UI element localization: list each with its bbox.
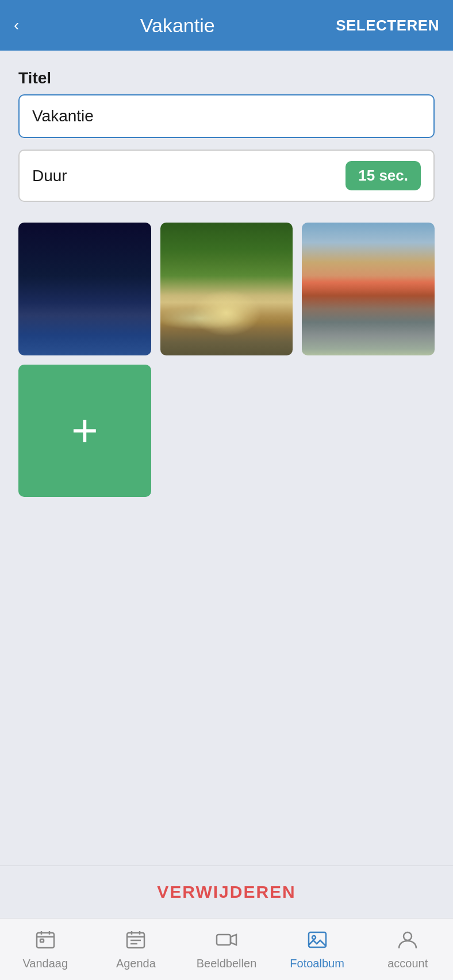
tab-account-label: account <box>387 957 428 970</box>
photo-grid: + <box>18 223 435 497</box>
page-title: Vakantie <box>140 14 215 37</box>
svg-point-15 <box>404 932 412 940</box>
delete-button[interactable]: VERWIJDEREN <box>157 882 296 902</box>
tab-account[interactable]: account <box>362 918 453 980</box>
svg-rect-4 <box>40 939 44 942</box>
photo-item-1[interactable] <box>18 223 151 355</box>
tab-fotoalbum[interactable]: Fotoalbum <box>272 918 363 980</box>
title-input[interactable] <box>18 94 435 138</box>
agenda-icon <box>125 929 147 954</box>
tab-vandaag[interactable]: Vandaag <box>0 918 91 980</box>
svg-point-14 <box>312 936 316 939</box>
add-photo-button[interactable]: + <box>18 365 151 497</box>
tab-agenda-label: Agenda <box>116 957 156 970</box>
delete-section: VERWIJDEREN <box>0 866 453 918</box>
svg-rect-11 <box>217 935 231 945</box>
spacer <box>0 682 453 866</box>
select-button[interactable]: SELECTEREN <box>336 17 439 35</box>
main-content: Titel Duur 15 sec. + <box>0 51 453 682</box>
duration-value[interactable]: 15 sec. <box>345 161 421 190</box>
tab-vandaag-label: Vandaag <box>23 957 68 970</box>
duration-label: Duur <box>32 167 67 185</box>
svg-rect-0 <box>37 933 54 948</box>
calendar-today-icon <box>34 929 56 954</box>
tab-fotoalbum-label: Fotoalbum <box>290 957 344 970</box>
photo-item-2[interactable] <box>160 223 293 355</box>
tab-beeldbellen-label: Beeldbellen <box>197 957 257 970</box>
duration-row[interactable]: Duur 15 sec. <box>18 150 435 202</box>
tab-agenda[interactable]: Agenda <box>91 918 182 980</box>
header: ‹ Vakantie SELECTEREN <box>0 0 453 51</box>
photo-album-icon <box>306 929 328 954</box>
photo-item-3[interactable] <box>302 223 435 355</box>
svg-rect-13 <box>309 932 326 947</box>
tab-beeldbellen[interactable]: Beeldbellen <box>181 918 272 980</box>
account-icon <box>397 929 419 954</box>
title-label: Titel <box>18 69 435 87</box>
video-call-icon <box>216 929 237 954</box>
back-button[interactable]: ‹ <box>14 16 19 35</box>
tab-bar: Vandaag Agenda Beeldbellen <box>0 918 453 980</box>
plus-icon: + <box>71 408 98 454</box>
svg-marker-12 <box>231 935 236 945</box>
